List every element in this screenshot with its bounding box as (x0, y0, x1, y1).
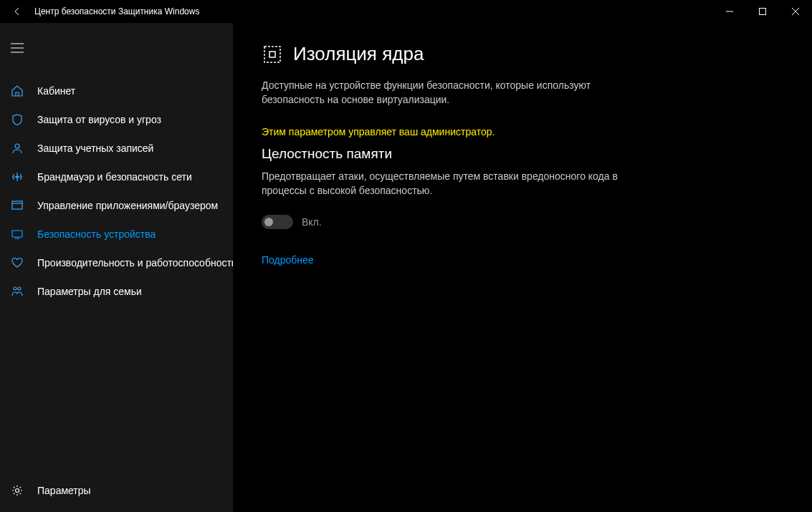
svg-rect-9 (269, 52, 275, 57)
sidebar-item-family[interactable]: Параметры для семьи (0, 277, 233, 306)
admin-notice: Этим параметром управляет ваш администра… (262, 126, 783, 137)
core-isolation-icon (262, 44, 283, 65)
window-title: Центр безопасности Защитника Windows (34, 6, 199, 16)
sidebar-item-device-security[interactable]: Безопасность устройства (0, 220, 233, 248)
sidebar-item-label: Производительность и работоспособность у… (37, 257, 233, 269)
hamburger-button[interactable] (0, 34, 34, 62)
sidebar-item-account[interactable]: Защита учетных записей (0, 134, 233, 163)
svg-rect-4 (12, 231, 22, 237)
svg-rect-8 (264, 47, 280, 62)
memory-integrity-toggle[interactable] (262, 215, 293, 229)
sidebar-item-label: Управление приложениями/браузером (37, 200, 218, 211)
toggle-knob (264, 218, 273, 226)
svg-point-7 (16, 489, 19, 493)
svg-point-1 (15, 144, 19, 148)
shield-icon (10, 112, 24, 127)
svg-rect-0 (760, 9, 766, 15)
sidebar-settings-label: Параметры (37, 485, 91, 496)
sidebar-item-label: Защита учетных записей (37, 143, 153, 154)
sidebar-item-health[interactable]: Производительность и работоспособность у… (0, 248, 233, 277)
maximize-button[interactable] (746, 0, 779, 23)
svg-point-5 (14, 287, 16, 290)
arrow-left-icon (11, 6, 23, 17)
maximize-icon (759, 8, 766, 15)
firewall-icon (10, 170, 24, 184)
main-content: Изоляция ядра Доступные на устройстве фу… (233, 23, 812, 512)
sidebar: Кабинет Защита от вирусов и угроз Защита… (0, 23, 233, 512)
svg-point-6 (18, 287, 21, 290)
window-controls (713, 0, 812, 23)
back-button[interactable] (0, 0, 34, 23)
memory-integrity-toggle-row: Вкл. (262, 215, 783, 229)
sidebar-item-label: Брандмауэр и безопасность сети (37, 171, 192, 183)
page-description: Доступные на устройстве функции безопасн… (262, 78, 649, 107)
page-header: Изоляция ядра (262, 43, 783, 65)
learn-more-link[interactable]: Подробнее (262, 254, 314, 266)
minimize-button[interactable] (713, 0, 746, 23)
titlebar: Центр безопасности Защитника Windows (0, 0, 812, 23)
sidebar-item-label: Параметры для семьи (37, 286, 142, 297)
family-icon (10, 284, 24, 299)
sidebar-item-label: Защита от вирусов и угроз (37, 114, 161, 125)
sidebar-item-firewall[interactable]: Брандмауэр и безопасность сети (0, 163, 233, 191)
sidebar-item-home[interactable]: Кабинет (0, 77, 233, 105)
minimize-icon (726, 8, 733, 15)
close-button[interactable] (779, 0, 812, 23)
close-icon (792, 8, 799, 15)
memory-integrity-description: Предотвращает атаки, осуществляемые путе… (262, 169, 663, 198)
app-browser-icon (10, 198, 24, 213)
toggle-label: Вкл. (302, 216, 322, 228)
memory-integrity-heading: Целостность памяти (262, 146, 783, 162)
heart-icon (10, 256, 24, 270)
device-security-icon (10, 227, 24, 241)
svg-rect-3 (12, 201, 22, 209)
sidebar-item-label: Кабинет (37, 85, 75, 97)
sidebar-item-appbrowser[interactable]: Управление приложениями/браузером (0, 191, 233, 220)
hamburger-icon (11, 43, 24, 53)
account-icon (10, 141, 24, 155)
home-icon (10, 84, 24, 98)
page-title: Изоляция ядра (293, 43, 424, 65)
sidebar-item-virus[interactable]: Защита от вирусов и угроз (0, 105, 233, 134)
sidebar-settings[interactable]: Параметры (0, 476, 233, 505)
sidebar-item-label: Безопасность устройства (37, 228, 156, 240)
gear-icon (10, 483, 24, 498)
